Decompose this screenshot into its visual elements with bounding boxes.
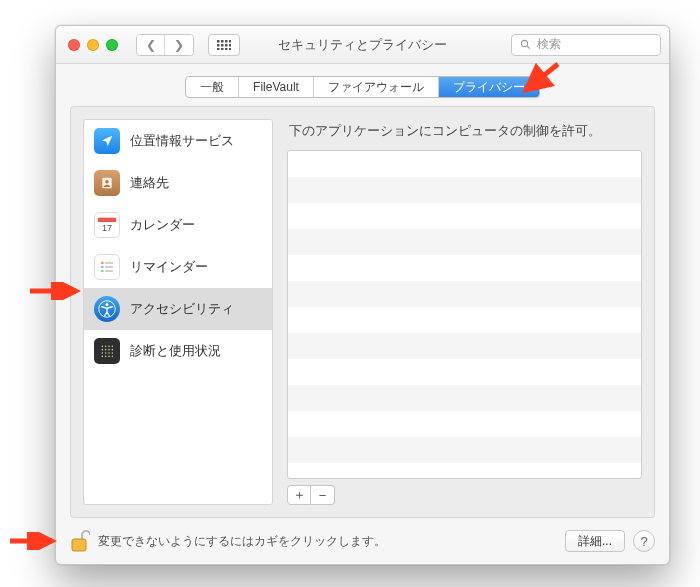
help-button[interactable]: ? (633, 530, 655, 552)
content-panel: 位置情報サービス 連絡先 17 カレンダー リマインダー (70, 106, 655, 518)
svg-rect-1 (221, 40, 224, 43)
grid-icon (217, 40, 231, 50)
tab-segmented-control: 一般 FileVault ファイアウォール プライバシー (185, 76, 540, 98)
svg-point-41 (108, 356, 110, 358)
sidebar-item-diagnostics[interactable]: 診断と使用状況 (84, 330, 272, 372)
svg-point-27 (102, 346, 104, 348)
sidebar-item-contacts[interactable]: 連絡先 (84, 162, 272, 204)
zoom-window-button[interactable] (106, 39, 118, 51)
minimize-window-button[interactable] (87, 39, 99, 51)
tab-privacy[interactable]: プライバシー (439, 77, 539, 97)
svg-text:17: 17 (102, 223, 112, 233)
sidebar-item-location[interactable]: 位置情報サービス (84, 120, 272, 162)
tab-filevault[interactable]: FileVault (239, 77, 314, 97)
accessibility-icon (94, 296, 120, 322)
diagnostics-icon (94, 338, 120, 364)
svg-point-32 (105, 349, 107, 351)
svg-point-12 (521, 40, 527, 46)
svg-rect-3 (229, 40, 231, 43)
svg-point-40 (105, 356, 107, 358)
right-pane: 下のアプリケーションにコンピュータの制御を許可。 ＋ − (287, 119, 642, 505)
footer: 変更できないようにするにはカギをクリックします。 詳細... ? (56, 518, 669, 564)
titlebar: ❮ ❯ セキュリティとプライバシー 検索 (56, 26, 669, 64)
sidebar-item-accessibility[interactable]: アクセシビリティ (84, 288, 272, 330)
svg-point-15 (105, 180, 109, 184)
svg-point-29 (108, 346, 110, 348)
svg-point-38 (112, 352, 114, 354)
svg-rect-7 (229, 44, 231, 47)
sidebar-item-label: カレンダー (130, 217, 195, 234)
tab-row: 一般 FileVault ファイアウォール プライバシー (56, 64, 669, 106)
svg-rect-24 (105, 270, 113, 271)
sidebar-item-label: リマインダー (130, 259, 208, 276)
tab-firewall[interactable]: ファイアウォール (314, 77, 439, 97)
pane-description: 下のアプリケーションにコンピュータの制御を許可。 (289, 123, 640, 140)
search-field[interactable]: 検索 (511, 34, 661, 56)
sidebar-item-label: アクセシビリティ (130, 301, 234, 318)
allowed-apps-list[interactable] (287, 150, 642, 479)
details-button[interactable]: 詳細... (565, 530, 625, 552)
svg-rect-0 (217, 40, 220, 43)
svg-point-35 (102, 352, 104, 354)
sidebar-item-reminders[interactable]: リマインダー (84, 246, 272, 288)
svg-rect-5 (221, 44, 224, 47)
unlock-icon (70, 529, 90, 553)
svg-point-34 (112, 349, 114, 351)
lock-button[interactable] (70, 529, 90, 553)
svg-rect-11 (229, 48, 231, 50)
svg-rect-43 (72, 539, 86, 551)
svg-point-28 (105, 346, 107, 348)
add-button[interactable]: ＋ (287, 485, 311, 505)
svg-point-30 (112, 346, 114, 348)
add-remove-control: ＋ − (287, 485, 642, 505)
forward-button[interactable]: ❯ (165, 35, 193, 55)
annotation-arrow (8, 532, 58, 550)
search-placeholder: 検索 (537, 36, 561, 53)
svg-point-23 (101, 270, 104, 273)
svg-rect-6 (225, 44, 228, 47)
privacy-category-list: 位置情報サービス 連絡先 17 カレンダー リマインダー (83, 119, 273, 505)
svg-rect-20 (105, 262, 113, 263)
svg-rect-16 (98, 218, 116, 223)
svg-rect-8 (217, 48, 220, 50)
svg-rect-10 (225, 48, 228, 50)
search-icon (520, 39, 531, 50)
svg-rect-2 (225, 40, 228, 43)
back-button[interactable]: ❮ (137, 35, 165, 55)
svg-point-33 (108, 349, 110, 351)
reminders-icon (94, 254, 120, 280)
svg-point-36 (105, 352, 107, 354)
svg-point-19 (101, 262, 104, 265)
svg-point-39 (102, 356, 104, 358)
show-all-button[interactable] (208, 34, 240, 56)
svg-point-21 (101, 266, 104, 269)
svg-point-26 (106, 303, 109, 306)
svg-line-13 (527, 46, 530, 49)
prefs-window: ❮ ❯ セキュリティとプライバシー 検索 一般 FileVault ファイアウォ… (55, 25, 670, 565)
location-icon (94, 128, 120, 154)
svg-point-42 (112, 356, 114, 358)
sidebar-item-label: 位置情報サービス (130, 133, 234, 150)
svg-rect-9 (221, 48, 224, 50)
contacts-icon (94, 170, 120, 196)
svg-point-37 (108, 352, 110, 354)
svg-point-31 (102, 349, 104, 351)
close-window-button[interactable] (68, 39, 80, 51)
lock-description: 変更できないようにするにはカギをクリックします。 (98, 533, 386, 550)
remove-button[interactable]: − (311, 485, 335, 505)
sidebar-item-calendar[interactable]: 17 カレンダー (84, 204, 272, 246)
svg-rect-22 (105, 266, 113, 267)
calendar-icon: 17 (94, 212, 120, 238)
svg-rect-4 (217, 44, 220, 47)
sidebar-item-label: 診断と使用状況 (130, 343, 221, 360)
sidebar-item-label: 連絡先 (130, 175, 169, 192)
tab-general[interactable]: 一般 (186, 77, 239, 97)
nav-back-forward: ❮ ❯ (136, 34, 194, 56)
traffic-lights (68, 39, 118, 51)
